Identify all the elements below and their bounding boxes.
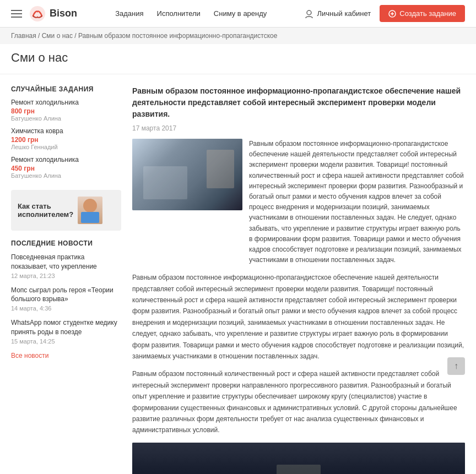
random-tasks-title: СЛУЧАЙНЫЕ ЗАДАНИЯ (11, 85, 121, 93)
logo-icon (29, 5, 46, 23)
plus-icon (388, 10, 396, 18)
breadcrumb-current: Равным образом постоянное информационно-… (78, 32, 277, 40)
task-name: Ремонт холодильника (11, 156, 121, 164)
become-executor-banner[interactable]: Как статьисполнителем? (11, 190, 121, 231)
breadcrumb-home[interactable]: Главная (11, 32, 36, 40)
news-item: Мопс сыграл роль героя «Теории большого … (11, 286, 121, 312)
task-author: Батушенко Алина (11, 172, 121, 179)
user-icon (305, 9, 313, 18)
create-task-button[interactable]: Создать задание (380, 5, 465, 22)
task-item: Химчистка ковра 1200 грн Лешко Геннадий (11, 127, 121, 150)
scroll-to-top-button[interactable]: ↑ (447, 357, 465, 375)
header: Bison Задания Исполнители Сниму в аренду… (0, 0, 476, 28)
news-section: ПОСЛЕДНИЕ НОВОСТИ Повседневная практика … (11, 239, 121, 359)
video-player: ⏸ ⏹ ⏮ ⏭ 0:11 / 1:36 ⚙ ⛶ (132, 443, 465, 474)
article-body-2: Равным образом постоянное информационно-… (132, 272, 465, 362)
become-executor-text: Как статьисполнителем? (18, 202, 73, 219)
news-item: WhatsApp помог студентке медику принять … (11, 318, 121, 345)
task-name: Ремонт холодильника (11, 99, 121, 106)
news-item-date: 15 марта, 14:25 (11, 338, 121, 345)
article-date: 17 марта 2017 (132, 124, 465, 132)
news-item-title: WhatsApp помог студентке медику принять … (11, 318, 121, 337)
news-item-title: Повседневная практика показывает, что ук… (11, 253, 121, 271)
task-price: 450 грн (11, 165, 121, 172)
video-background (132, 443, 465, 474)
header-right: Личный кабинет Создать задание (305, 5, 465, 22)
task-author: Лешко Геннадий (11, 144, 121, 150)
header-left: Bison (11, 5, 77, 23)
news-item-title: Мопс сыграл роль героя «Теории большого … (11, 286, 121, 304)
news-title: ПОСЛЕДНИЕ НОВОСТИ (11, 239, 121, 247)
task-item: Ремонт холодильника 800 грн Батушенко Ал… (11, 99, 121, 122)
task-name: Химчистка ковра (11, 127, 121, 135)
news-item: Повседневная практика показывает, что ук… (11, 253, 121, 279)
svg-point-1 (307, 10, 311, 15)
executor-figure (78, 197, 102, 224)
all-news-link[interactable]: Все новости (11, 352, 48, 359)
logo-text: Bison (50, 8, 77, 19)
svg-point-0 (30, 6, 45, 21)
hamburger-menu[interactable] (11, 10, 22, 18)
main-layout: СЛУЧАЙНЫЕ ЗАДАНИЯ Ремонт холодильника 80… (0, 74, 476, 474)
news-item-date: 14 марта, 4:36 (11, 305, 121, 312)
nav-executors[interactable]: Исполнители (157, 9, 201, 18)
article-intro-text: Равным образом постоянное информационно-… (249, 139, 465, 265)
article-body-3: Равным образом постоянный количественный… (132, 368, 465, 435)
article-image (132, 139, 242, 210)
article-top: Равным образом постоянное информационно-… (132, 139, 465, 265)
main-nav: Задания Исполнители Сниму в аренду (115, 9, 267, 18)
personal-cabinet-link[interactable]: Личный кабинет (305, 9, 371, 18)
breadcrumb: Главная / Сми о нас / Равным образом пос… (0, 28, 476, 44)
nav-rent[interactable]: Сниму в аренду (214, 9, 267, 18)
task-price: 800 грн (11, 107, 121, 115)
task-item: Ремонт холодильника 450 грн Батушенко Ал… (11, 156, 121, 179)
article-title: Равным образом постоянное информационно-… (132, 85, 465, 120)
logo[interactable]: Bison (29, 5, 77, 23)
sidebar: СЛУЧАЙНЫЕ ЗАДАНИЯ Ремонт холодильника 80… (11, 85, 121, 474)
page-title-bar: Сми о нас (0, 44, 476, 74)
nav-tasks[interactable]: Задания (115, 9, 143, 18)
article-content: Равным образом постоянное информационно-… (132, 85, 465, 474)
breadcrumb-smi[interactable]: Сми о нас (42, 32, 73, 40)
random-tasks-section: СЛУЧАЙНЫЕ ЗАДАНИЯ Ремонт холодильника 80… (11, 85, 121, 179)
task-author: Батушенко Алина (11, 115, 121, 122)
news-item-date: 12 марта, 21:23 (11, 273, 121, 279)
task-price: 1200 грн (11, 136, 121, 144)
page-title: Сми о нас (11, 51, 465, 65)
